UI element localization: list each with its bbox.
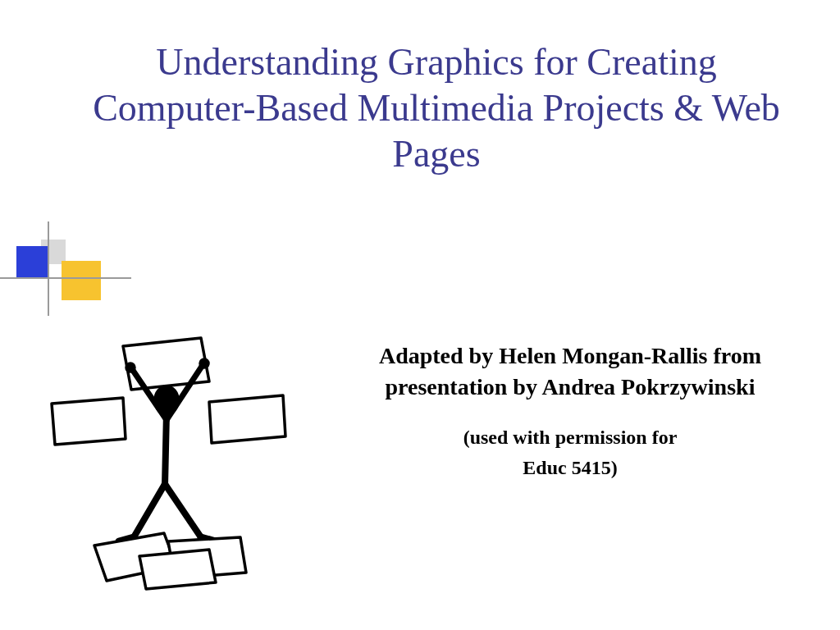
vertical-rule (48, 221, 49, 316)
stick-figure-papers-icon (45, 336, 308, 591)
svg-point-1 (126, 363, 135, 372)
yellow-square (62, 261, 101, 300)
permission-text: (used with permission for Educ 5415) (373, 422, 767, 483)
credit-text: Adapted by Helen Mongan-Rallis from pres… (373, 340, 767, 403)
slide-title: Understanding Graphics for Creating Comp… (82, 39, 791, 177)
horizontal-rule (0, 277, 131, 279)
decorative-squares (0, 221, 139, 320)
blue-square (16, 246, 48, 277)
permission-line2: Educ 5415) (523, 457, 617, 478)
svg-point-2 (200, 359, 208, 368)
body-text-block: Adapted by Helen Mongan-Rallis from pres… (373, 340, 767, 483)
permission-line1: (used with permission for (463, 427, 678, 448)
